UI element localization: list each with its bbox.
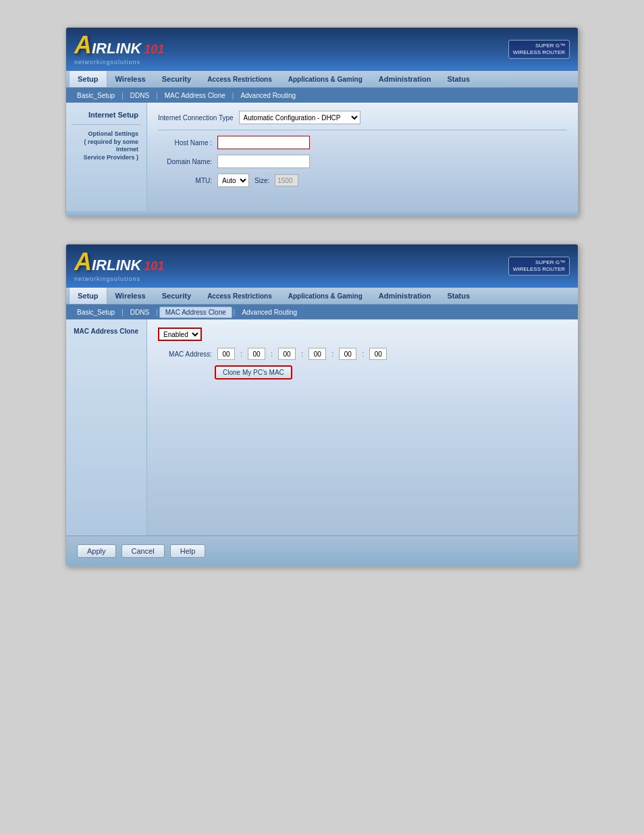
sidebar-1: Internet Setup Optional Settings( requir…	[66, 103, 147, 211]
enabled-select[interactable]: Enabled	[158, 328, 202, 341]
nav-bar-1: Setup Wireless Security Access Restricti…	[66, 71, 578, 88]
logo-irlink-2: IRLINK	[92, 258, 141, 273]
subnav-mac-clone-1[interactable]: MAC Address Clone	[159, 90, 231, 101]
nav-wireless-2[interactable]: Wireless	[107, 288, 154, 304]
main-content-1: Internet Connection Type Automatic Confi…	[147, 103, 578, 211]
nav-bar-2: Setup Wireless Security Access Restricti…	[66, 288, 578, 305]
conn-type-select[interactable]: Automatic Configuration - DHCP	[239, 111, 360, 124]
clone-mac-button[interactable]: Clone My PC's MAC	[215, 365, 292, 380]
clone-row: Clone My PC's MAC	[212, 365, 567, 380]
subnav-ddns-2[interactable]: DDNS	[125, 307, 155, 317]
panel-spacer-1	[66, 211, 578, 216]
logo-subtitle-2: networkingsolutions	[74, 276, 140, 282]
subnav-ddns-1[interactable]: DDNS	[125, 90, 155, 101]
optional-settings-label: Optional Settings( required by some Inte…	[72, 130, 141, 162]
super-g-badge-1: SUPER G™ WIRELESS ROUTER	[508, 40, 570, 59]
subnav-advanced-routing-2[interactable]: Advanced Routing	[236, 307, 302, 317]
sub-nav-sep-3: |	[232, 92, 234, 99]
content-area-2: MAC Address Clone Enabled MAC Address: :…	[66, 319, 578, 536]
subnav-mac-clone-2[interactable]: MAC Address Clone	[159, 307, 232, 318]
mac-address-label: MAC Address:	[158, 350, 212, 358]
nav-access-1[interactable]: Access Restrictions	[199, 71, 280, 87]
mtu-row: MTU: Auto Size:	[158, 174, 567, 187]
mtu-size-input[interactable]	[275, 174, 298, 186]
nav-security-2[interactable]: Security	[154, 288, 199, 304]
sub-nav-2: Basic_Setup | DDNS | MAC Address Clone |…	[66, 305, 578, 319]
conn-type-row: Internet Connection Type Automatic Confi…	[158, 111, 567, 124]
nav-setup-2[interactable]: Setup	[69, 288, 107, 304]
sub-nav-sep-1: |	[122, 92, 124, 99]
logo-irlink-1: IRLINK	[92, 41, 141, 56]
domain-name-row: Domain Name:	[158, 155, 567, 168]
panel-header-2: A IRLINK 101 networkingsolutions SUPER G…	[66, 244, 578, 288]
domain-name-input[interactable]	[217, 155, 310, 168]
bottom-buttons-2: Apply Cancel Help	[66, 536, 578, 566]
subnav-basic-setup-1[interactable]: Basic_Setup	[72, 90, 120, 101]
logo-letter-a-2: A	[74, 250, 92, 274]
router-panel-2: A IRLINK 101 networkingsolutions SUPER G…	[65, 244, 579, 567]
logo-area-1: A IRLINK 101 networkingsolutions	[74, 33, 164, 66]
mtu-label: MTU:	[158, 177, 212, 184]
nav-apps-2[interactable]: Applications & Gaming	[280, 288, 371, 304]
nav-security-1[interactable]: Security	[154, 71, 199, 87]
mac-address-row: MAC Address: : : : : :	[158, 348, 567, 360]
sub-nav-sep-2: |	[156, 92, 158, 99]
nav-admin-2[interactable]: Administration	[371, 288, 439, 304]
help-button[interactable]: Help	[170, 544, 206, 558]
logo-1: A IRLINK 101	[74, 33, 164, 57]
mac-octet-2[interactable]	[248, 348, 265, 360]
sidebar-title-1: Internet Setup	[72, 111, 141, 119]
nav-admin-1[interactable]: Administration	[371, 71, 439, 87]
host-name-row: Host Name :	[158, 136, 567, 149]
mac-octet-6[interactable]	[369, 348, 387, 360]
nav-status-2[interactable]: Status	[439, 288, 478, 304]
main-content-2: Enabled MAC Address: : : : : : Clone My	[147, 319, 578, 536]
logo-101-1: 101	[144, 43, 164, 55]
super-g-badge-2: SUPER G™ WIRELESS ROUTER	[508, 257, 570, 276]
panel-header-1: A IRLINK 101 networkingsolutions SUPER G…	[66, 28, 578, 71]
nav-wireless-1[interactable]: Wireless	[107, 71, 154, 87]
nav-setup-1[interactable]: Setup	[69, 71, 107, 87]
mac-octet-3[interactable]	[278, 348, 296, 360]
enabled-row: Enabled	[158, 328, 567, 341]
sub-nav-1: Basic_Setup | DDNS | MAC Address Clone |…	[66, 88, 578, 103]
subnav-basic-setup-2[interactable]: Basic_Setup	[72, 307, 120, 317]
size-label: Size:	[254, 177, 269, 184]
host-name-label: Host Name :	[158, 139, 212, 147]
logo-101-2: 101	[144, 260, 164, 272]
logo-2: A IRLINK 101	[74, 250, 164, 274]
mac-octet-4[interactable]	[308, 348, 326, 360]
cancel-button[interactable]: Cancel	[122, 544, 165, 558]
sidebar-2: MAC Address Clone	[66, 319, 147, 536]
host-name-input[interactable]	[217, 136, 310, 149]
domain-name-label: Domain Name:	[158, 158, 212, 165]
logo-subtitle-1: networkingsolutions	[74, 59, 140, 66]
logo-area-2: A IRLINK 101 networkingsolutions	[74, 250, 164, 282]
content-area-1: Internet Setup Optional Settings( requir…	[66, 103, 578, 211]
mac-octet-5[interactable]	[339, 348, 356, 360]
nav-status-1[interactable]: Status	[439, 71, 478, 87]
conn-type-label: Internet Connection Type	[158, 114, 234, 122]
subnav-advanced-routing-1[interactable]: Advanced Routing	[235, 90, 301, 101]
nav-access-2[interactable]: Access Restrictions	[199, 288, 280, 304]
nav-apps-1[interactable]: Applications & Gaming	[280, 71, 371, 87]
logo-letter-a-1: A	[74, 33, 92, 57]
apply-button[interactable]: Apply	[77, 544, 116, 558]
mtu-select[interactable]: Auto	[217, 174, 249, 187]
router-panel-1: A IRLINK 101 networkingsolutions SUPER G…	[65, 27, 579, 217]
sidebar-title-2: MAC Address Clone	[72, 328, 141, 335]
mac-octet-1[interactable]	[217, 348, 235, 360]
